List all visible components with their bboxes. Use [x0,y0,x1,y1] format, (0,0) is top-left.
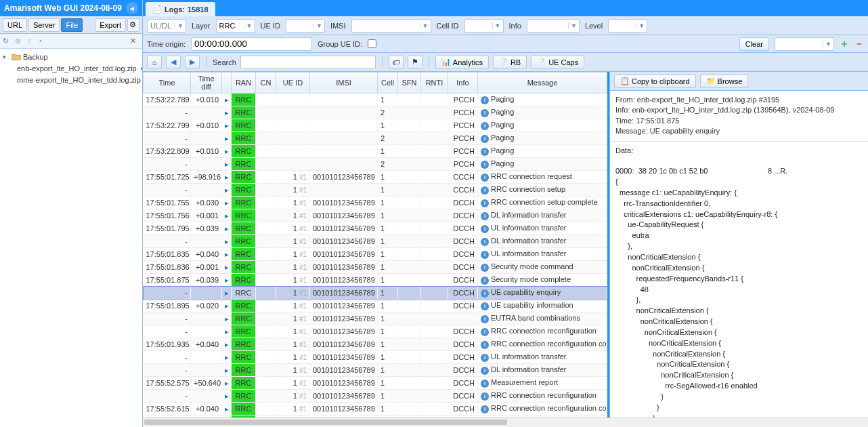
dot-icon[interactable]: • [39,37,49,46]
column-header[interactable]: CN [256,73,276,94]
table-row[interactable]: 17:53:22.789+0.010▸RRC1PCCHiPaging [144,94,607,106]
table-row[interactable]: -▸RRC1 #10010101234567891DCCHiRRC connec… [144,390,607,403]
layer-combo[interactable]: ▼ [216,19,255,33]
column-header[interactable]: Info [448,73,478,94]
saved-filter-combo[interactable]: ▼ [775,37,834,51]
search-input[interactable] [240,56,376,69]
table-row[interactable]: -▸RRC2PCCHiPaging [144,132,607,145]
column-header[interactable]: Cell [378,73,398,94]
tree-folder-backup[interactable]: ▾ Backup [0,52,142,62]
table-row[interactable]: -▸RRC1 #10010101234567891DCCHiUE capabil… [144,287,607,300]
collapse-icon[interactable]: ◄ [126,2,138,14]
imsi-combo[interactable]: ▼ [351,19,431,33]
sidebar-header: Amarisoft Web GUI 2024-08-09 ◄ [0,0,142,16]
file-button[interactable]: File [61,18,83,32]
refresh-icon[interactable]: ↻ [3,37,12,46]
column-header[interactable]: RAN [232,73,256,94]
url-button[interactable]: URL [3,18,27,32]
table-row[interactable]: -▸RRC2PCCHiPaging [144,158,607,171]
server-button[interactable]: Server [28,18,60,32]
column-header[interactable]: Time [144,73,191,94]
info-icon: i [481,212,489,220]
table-row[interactable]: -▸RRC1 #11CCCHiRRC connection setup [144,184,607,197]
group-ueid-checkbox[interactable] [368,39,376,48]
info-icon: i [481,122,489,130]
clear-button[interactable]: Clear [739,37,769,51]
origin-bar: Time origin: Group UE ID: Clear ▼ ＋ － [143,35,868,53]
table-row[interactable]: 17:55:01.836+0.001▸RRC1 #100101012345678… [144,261,607,274]
info-icon: i [481,96,489,104]
info-combo[interactable]: ▼ [527,19,580,33]
column-header[interactable]: UE ID [276,73,310,94]
gear-icon[interactable]: ⚙ [127,18,139,32]
cellid-label: Cell ID [437,22,459,30]
add-filter-icon[interactable]: ＋ [840,38,849,50]
ueid-combo[interactable]: ▼ [286,19,325,33]
column-header[interactable]: SFN [398,73,421,94]
browse-button[interactable]: 📁Browse [700,75,749,88]
info-icon: i [481,380,489,388]
table-row[interactable]: 17:55:01.835+0.040▸RRC1 #100101012345678… [144,248,607,261]
column-header[interactable]: Time diff [191,73,222,94]
table-row[interactable]: -▸RRC1 #10010101234567891DCCHiDL informa… [144,235,607,248]
table-row[interactable]: -▸RRC1 #10010101234567891iEUTRA band com… [144,312,607,325]
info-icon: i [481,405,489,413]
cellid-combo[interactable]: ▼ [464,19,504,33]
tree-folder-label: Backup [23,53,48,61]
horizontal-scrollbar[interactable] [143,418,868,427]
info-icon: i [481,392,489,401]
column-header[interactable] [222,73,232,94]
close-icon[interactable]: ✕ [130,37,139,46]
nav-back-icon[interactable]: ◀ [166,56,181,69]
time-origin-input[interactable] [191,37,312,51]
table-row[interactable]: 17:55:01.756+0.001▸RRC1 #100101012345678… [144,209,607,222]
table-row[interactable]: 17:55:01.755+0.030▸RRC1 #100101012345678… [144,197,607,209]
table-row[interactable]: 17:55:01.935+0.040▸RRC1 #100101012345678… [144,338,607,351]
detail-body[interactable]: Data: 0000: 38 20 1c 0b c1 52 b0 8 ...R.… [610,142,868,418]
rb-button[interactable]: ❔RB [493,56,527,69]
check-icon: ✔ [140,64,142,73]
info-icon: i [481,264,489,272]
column-header[interactable]: RNTI [421,73,448,94]
table-row[interactable]: -▸RRC1 #10010101234567891DCCHiDL informa… [144,364,607,377]
export-button[interactable]: Export [95,18,126,32]
tree-file[interactable]: enb-export_lte_HO_inter_tdd.log.zip ✔ [0,62,142,74]
nav-home-icon[interactable]: ⌂ [147,56,162,69]
level-combo[interactable]: ▼ [608,19,647,33]
chevron-down-icon[interactable]: ▾ [3,54,9,60]
circle-icon[interactable]: ○ [27,37,37,46]
open-icon[interactable]: ⊕ [15,37,24,46]
table-row[interactable]: 17:55:01.895+0.020▸RRC1 #100101012345678… [144,300,607,312]
table-row[interactable]: 17:55:01.875+0.039▸RRC1 #100101012345678… [144,274,607,287]
nav-forward-icon[interactable]: ▶ [185,56,200,69]
table-row[interactable]: -▸RRC2PCCHiPaging [144,106,607,119]
copy-button[interactable]: 📋Copy to clipboard [614,75,696,88]
tab-logs[interactable]: 📄 Logs: 15818 [146,2,215,16]
remove-filter-icon[interactable]: － [854,38,864,50]
mark-icon[interactable]: 🏷 [389,56,404,69]
log-grid[interactable]: TimeTime diffRANCNUE IDIMSICellSFNRNTIIn… [143,72,609,418]
info-icon: i [481,161,489,169]
table-row[interactable]: 17:53:22.809+0.010▸RRC1PCCHiPaging [144,145,607,158]
help-icon: ❔ [537,58,546,66]
column-header[interactable]: IMSI [310,73,378,94]
table-row[interactable]: 17:55:01.725+98.916▸RRC1 #10010101234567… [144,171,607,184]
group-ueid-label: Group UE ID: [318,40,362,48]
column-header[interactable]: Message [478,73,607,94]
info-icon: i [481,289,489,298]
table-row[interactable]: 17:55:01.795+0.039▸RRC1 #100101012345678… [144,222,607,235]
table-row[interactable]: 17:55:52.575+50.640▸RRC1 #10010101234567… [144,377,607,390]
uecaps-button[interactable]: ❔UE Caps [531,56,584,69]
uldl-combo[interactable]: ▼ [147,19,186,33]
info-icon: i [481,225,489,233]
flag-icon[interactable]: ⚑ [408,56,422,69]
tree-file-label: mme-export_lte_HO_inter_tdd.log.zip [17,76,141,84]
tree-file-label: enb-export_lte_HO_inter_tdd.log.zip [17,64,137,73]
table-row[interactable]: 17:53:22.799+0.010▸RRC1PCCHiPaging [144,119,607,132]
table-row[interactable]: -▸RRC1 #10010101234567891DCCHiUL informa… [144,351,607,364]
layer-label: Layer [192,22,211,30]
analytics-button[interactable]: 📊Analytics [435,56,489,69]
tree-file[interactable]: mme-export_lte_HO_inter_tdd.log.zip ✔ [0,74,142,85]
table-row[interactable]: 17:55:52.615+0.040▸RRC1 #100101012345678… [144,403,607,415]
table-row[interactable]: -▸RRC1 #10010101234567891DCCHiRRC connec… [144,325,607,338]
